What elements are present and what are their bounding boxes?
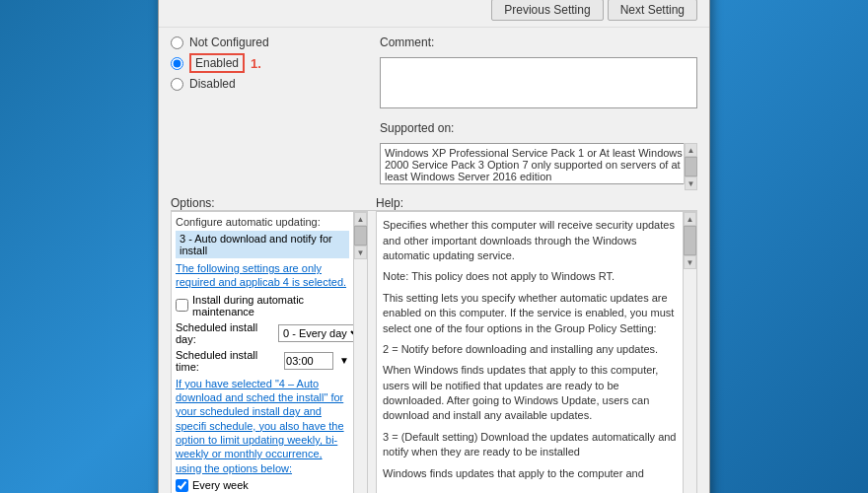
- scheduled-day-label: Scheduled install day:: [176, 321, 274, 345]
- help-section-label: Help:: [368, 196, 697, 210]
- scheduled-day-select[interactable]: 0 - Every day: [278, 324, 364, 342]
- options-section-label: Options:: [171, 196, 368, 210]
- help-para3: This setting lets you specify whether au…: [383, 291, 677, 336]
- help-para7: Windows finds updates that apply to the …: [383, 466, 677, 481]
- every-week-row: Every week: [176, 479, 349, 492]
- help-scroll-thumb[interactable]: [684, 226, 696, 255]
- radio-group: Not Configured Enabled 1. Disabled: [171, 35, 368, 91]
- section-labels: Options: Help:: [159, 192, 709, 210]
- not-configured-label: Not Configured: [189, 35, 269, 49]
- not-configured-radio[interactable]: [171, 36, 183, 49]
- scroll-thumb[interactable]: [685, 157, 697, 176]
- scroll-down-arrow[interactable]: ▼: [685, 176, 697, 190]
- options-scroll-thumb[interactable]: [354, 226, 367, 246]
- options-panel: Configure automatic updating: 3 - Auto d…: [171, 211, 368, 493]
- help-para2: Note: This policy does not apply to Wind…: [383, 269, 677, 284]
- configure-updates-dialog: ⚙ Configure Automatic Updates ─ □ ✕ ⚙ Co…: [158, 0, 710, 493]
- enabled-radio[interactable]: [171, 57, 183, 70]
- left-panel: Not Configured Enabled 1. Disabled: [171, 35, 368, 184]
- every-week-checkbox[interactable]: [176, 479, 188, 492]
- not-configured-option[interactable]: Not Configured: [171, 35, 368, 49]
- scroll-up-arrow[interactable]: ▲: [685, 143, 697, 157]
- help-scrollbar[interactable]: ▲ ▼: [683, 212, 696, 493]
- install-maintenance-row: Install during automatic maintenance: [176, 294, 349, 317]
- help-para5: When Windows finds updates that apply to…: [383, 363, 677, 424]
- options-scroll-up[interactable]: ▲: [354, 212, 367, 226]
- next-setting-button[interactable]: Next Setting: [608, 0, 697, 21]
- bottom-panels: Configure automatic updating: 3 - Auto d…: [171, 210, 697, 493]
- scheduled-time-input[interactable]: [284, 352, 333, 370]
- help-para4: 2 = Notify before downloading and instal…: [383, 342, 677, 357]
- help-para6: 3 = (Default setting) Download the updat…: [383, 430, 677, 460]
- options-content: Configure automatic updating: 3 - Auto d…: [172, 212, 367, 493]
- help-scroll-down[interactable]: ▼: [684, 255, 696, 269]
- comment-label: Comment:: [380, 35, 697, 49]
- main-content: Not Configured Enabled 1. Disabled Comme…: [159, 28, 709, 192]
- right-panel: Comment: Supported on: Windows XP Profes…: [368, 35, 697, 184]
- supported-label: Supported on:: [380, 121, 697, 135]
- help-para1: Specifies whether this computer will rec…: [383, 218, 677, 263]
- comment-textarea[interactable]: [380, 57, 697, 108]
- options-note: The following settings are only required…: [176, 261, 349, 290]
- supported-box: Windows XP Professional Service Pack 1 o…: [380, 143, 697, 184]
- selected-option[interactable]: 3 - Auto download and notify for install: [176, 231, 349, 258]
- enabled-option[interactable]: Enabled 1.: [171, 53, 368, 73]
- step1-number: 1.: [251, 56, 261, 71]
- install-maintenance-checkbox[interactable]: [176, 299, 188, 312]
- every-week-label: Every week: [192, 479, 249, 491]
- options-scrollbar[interactable]: ▲ ▼: [353, 212, 367, 493]
- supported-scrollbar[interactable]: ▲ ▼: [684, 143, 697, 184]
- help-scroll-up[interactable]: ▲: [684, 212, 696, 226]
- disabled-option[interactable]: Disabled: [171, 77, 368, 91]
- enabled-label: Enabled: [189, 53, 245, 73]
- disabled-radio[interactable]: [171, 78, 183, 91]
- scheduled-day-row: Scheduled install day: 0 - Every day: [176, 321, 349, 345]
- scheduled-time-label: Scheduled install time:: [176, 349, 280, 373]
- install-maintenance-label: Install during automatic maintenance: [192, 294, 349, 317]
- options-scroll-down[interactable]: ▼: [354, 246, 367, 259]
- toolbar: Previous Setting Next Setting: [159, 0, 709, 28]
- help-panel: Specifies whether this computer will rec…: [376, 211, 697, 493]
- options-small-text: If you have selected "4 – Auto download …: [176, 377, 349, 475]
- previous-setting-button[interactable]: Previous Setting: [491, 0, 603, 21]
- supported-text: Windows XP Professional Service Pack 1 o…: [385, 147, 683, 182]
- disabled-label: Disabled: [189, 77, 236, 91]
- scheduled-time-row: Scheduled install time: ▼: [176, 349, 349, 373]
- time-dropdown-icon[interactable]: ▼: [339, 355, 349, 366]
- configure-title: Configure automatic updating:: [176, 216, 349, 228]
- help-content: Specifies whether this computer will rec…: [377, 212, 696, 493]
